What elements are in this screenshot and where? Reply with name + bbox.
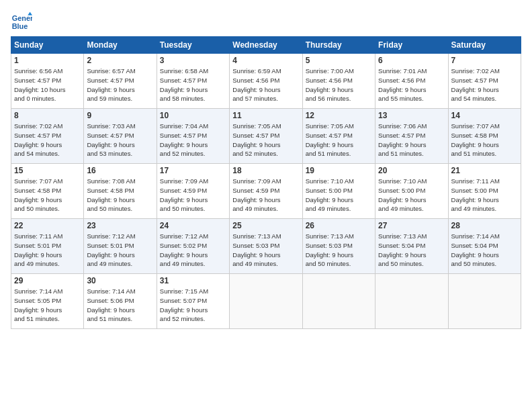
calendar-cell: 19Sunrise: 7:10 AMSunset: 5:00 PMDayligh…: [302, 164, 375, 219]
svg-text:Blue: Blue: [12, 22, 28, 30]
calendar-cell: 5Sunrise: 7:00 AMSunset: 4:56 PMDaylight…: [302, 54, 375, 109]
day-info: Sunrise: 7:11 AMSunset: 5:00 PMDaylight:…: [451, 177, 518, 214]
svg-marker-2: [28, 12, 32, 15]
calendar-cell: 13Sunrise: 7:06 AMSunset: 4:57 PMDayligh…: [375, 109, 448, 164]
day-number: 21: [451, 166, 518, 175]
col-header-wednesday: Wednesday: [230, 37, 302, 54]
day-number: 31: [160, 276, 226, 285]
calendar-cell: [448, 274, 521, 329]
day-info: Sunrise: 7:05 AMSunset: 4:57 PMDaylight:…: [232, 122, 299, 158]
logo-icon: General Blue: [11, 11, 32, 32]
day-number: 3: [160, 56, 226, 65]
col-header-friday: Friday: [375, 37, 448, 54]
day-number: 18: [232, 166, 299, 175]
calendar-cell: 24Sunrise: 7:12 AMSunset: 5:02 PMDayligh…: [157, 219, 229, 274]
day-info: Sunrise: 7:05 AMSunset: 4:57 PMDaylight:…: [306, 122, 372, 158]
calendar-cell: 9Sunrise: 7:03 AMSunset: 4:57 PMDaylight…: [84, 109, 157, 164]
day-info: Sunrise: 7:06 AMSunset: 4:57 PMDaylight:…: [378, 122, 445, 158]
calendar-cell: 11Sunrise: 7:05 AMSunset: 4:57 PMDayligh…: [230, 109, 302, 164]
calendar-cell: 22Sunrise: 7:11 AMSunset: 5:01 PMDayligh…: [11, 219, 84, 274]
day-info: Sunrise: 6:56 AMSunset: 4:57 PMDaylight:…: [14, 66, 81, 103]
day-number: 12: [306, 111, 372, 120]
calendar-cell: 23Sunrise: 7:12 AMSunset: 5:01 PMDayligh…: [84, 219, 157, 274]
day-info: Sunrise: 6:57 AMSunset: 4:57 PMDaylight:…: [87, 66, 153, 103]
day-number: 27: [378, 221, 445, 230]
day-number: 6: [378, 56, 445, 65]
page-header: General Blue: [11, 11, 521, 32]
calendar-cell: 25Sunrise: 7:13 AMSunset: 5:03 PMDayligh…: [230, 219, 302, 274]
day-number: 23: [87, 221, 153, 230]
day-info: Sunrise: 7:15 AMSunset: 5:07 PMDaylight:…: [160, 287, 226, 324]
day-number: 30: [87, 276, 153, 285]
day-info: Sunrise: 7:12 AMSunset: 5:01 PMDaylight:…: [87, 232, 153, 269]
calendar-cell: 1Sunrise: 6:56 AMSunset: 4:57 PMDaylight…: [11, 54, 84, 109]
calendar-cell: 4Sunrise: 6:59 AMSunset: 4:56 PMDaylight…: [230, 54, 302, 109]
calendar-cell: 12Sunrise: 7:05 AMSunset: 4:57 PMDayligh…: [302, 109, 375, 164]
day-info: Sunrise: 7:14 AMSunset: 5:05 PMDaylight:…: [14, 287, 81, 324]
col-header-saturday: Saturday: [448, 37, 521, 54]
day-number: 19: [306, 166, 372, 175]
calendar-cell: 18Sunrise: 7:09 AMSunset: 4:59 PMDayligh…: [230, 164, 302, 219]
day-number: 2: [87, 56, 153, 65]
day-info: Sunrise: 7:13 AMSunset: 5:03 PMDaylight:…: [232, 232, 299, 269]
day-number: 5: [306, 56, 372, 65]
calendar-cell: 29Sunrise: 7:14 AMSunset: 5:05 PMDayligh…: [11, 274, 84, 329]
calendar-cell: 27Sunrise: 7:13 AMSunset: 5:04 PMDayligh…: [375, 219, 448, 274]
calendar-cell: 20Sunrise: 7:10 AMSunset: 5:00 PMDayligh…: [375, 164, 448, 219]
day-info: Sunrise: 7:13 AMSunset: 5:03 PMDaylight:…: [306, 232, 372, 269]
day-info: Sunrise: 7:13 AMSunset: 5:04 PMDaylight:…: [378, 232, 445, 269]
calendar-cell: 26Sunrise: 7:13 AMSunset: 5:03 PMDayligh…: [302, 219, 375, 274]
svg-text:General: General: [12, 14, 32, 22]
day-info: Sunrise: 7:12 AMSunset: 5:02 PMDaylight:…: [160, 232, 226, 269]
day-number: 7: [451, 56, 518, 65]
col-header-thursday: Thursday: [302, 37, 375, 54]
day-info: Sunrise: 7:03 AMSunset: 4:57 PMDaylight:…: [87, 122, 153, 158]
calendar-cell: 30Sunrise: 7:14 AMSunset: 5:06 PMDayligh…: [84, 274, 157, 329]
calendar-cell: 6Sunrise: 7:01 AMSunset: 4:56 PMDaylight…: [375, 54, 448, 109]
day-info: Sunrise: 7:10 AMSunset: 5:00 PMDaylight:…: [378, 177, 445, 214]
day-info: Sunrise: 7:14 AMSunset: 5:06 PMDaylight:…: [87, 287, 153, 324]
calendar-cell: [375, 274, 448, 329]
calendar-cell: 21Sunrise: 7:11 AMSunset: 5:00 PMDayligh…: [448, 164, 521, 219]
day-number: 17: [160, 166, 226, 175]
day-number: 1: [14, 56, 81, 65]
day-number: 9: [87, 111, 153, 120]
day-info: Sunrise: 7:08 AMSunset: 4:58 PMDaylight:…: [87, 177, 153, 214]
calendar-cell: 8Sunrise: 7:02 AMSunset: 4:57 PMDaylight…: [11, 109, 84, 164]
day-info: Sunrise: 7:09 AMSunset: 4:59 PMDaylight:…: [160, 177, 226, 214]
day-number: 22: [14, 221, 81, 230]
col-header-monday: Monday: [84, 37, 157, 54]
calendar-table: SundayMondayTuesdayWednesdayThursdayFrid…: [11, 36, 521, 329]
day-info: Sunrise: 7:04 AMSunset: 4:57 PMDaylight:…: [160, 122, 226, 158]
calendar-cell: 16Sunrise: 7:08 AMSunset: 4:58 PMDayligh…: [84, 164, 157, 219]
day-info: Sunrise: 7:11 AMSunset: 5:01 PMDaylight:…: [14, 232, 81, 269]
day-number: 11: [232, 111, 299, 120]
day-number: 14: [451, 111, 518, 120]
calendar-cell: 15Sunrise: 7:07 AMSunset: 4:58 PMDayligh…: [11, 164, 84, 219]
day-number: 25: [232, 221, 299, 230]
day-info: Sunrise: 7:01 AMSunset: 4:56 PMDaylight:…: [378, 66, 445, 103]
calendar-cell: 10Sunrise: 7:04 AMSunset: 4:57 PMDayligh…: [157, 109, 229, 164]
day-number: 26: [306, 221, 372, 230]
day-info: Sunrise: 7:14 AMSunset: 5:04 PMDaylight:…: [451, 232, 518, 269]
day-info: Sunrise: 6:59 AMSunset: 4:56 PMDaylight:…: [232, 66, 299, 103]
col-header-tuesday: Tuesday: [157, 37, 229, 54]
day-number: 10: [160, 111, 226, 120]
day-number: 24: [160, 221, 226, 230]
day-info: Sunrise: 7:09 AMSunset: 4:59 PMDaylight:…: [232, 177, 299, 214]
calendar-cell: [302, 274, 375, 329]
day-info: Sunrise: 7:07 AMSunset: 4:58 PMDaylight:…: [451, 122, 518, 158]
calendar-cell: 17Sunrise: 7:09 AMSunset: 4:59 PMDayligh…: [157, 164, 229, 219]
col-header-sunday: Sunday: [11, 37, 84, 54]
calendar-cell: 7Sunrise: 7:02 AMSunset: 4:57 PMDaylight…: [448, 54, 521, 109]
calendar-cell: 31Sunrise: 7:15 AMSunset: 5:07 PMDayligh…: [157, 274, 229, 329]
day-info: Sunrise: 7:02 AMSunset: 4:57 PMDaylight:…: [451, 66, 518, 103]
day-number: 13: [378, 111, 445, 120]
day-info: Sunrise: 7:07 AMSunset: 4:58 PMDaylight:…: [14, 177, 81, 214]
calendar-cell: 28Sunrise: 7:14 AMSunset: 5:04 PMDayligh…: [448, 219, 521, 274]
day-number: 16: [87, 166, 153, 175]
day-number: 29: [14, 276, 81, 285]
day-number: 15: [14, 166, 81, 175]
day-number: 20: [378, 166, 445, 175]
day-number: 8: [14, 111, 81, 120]
